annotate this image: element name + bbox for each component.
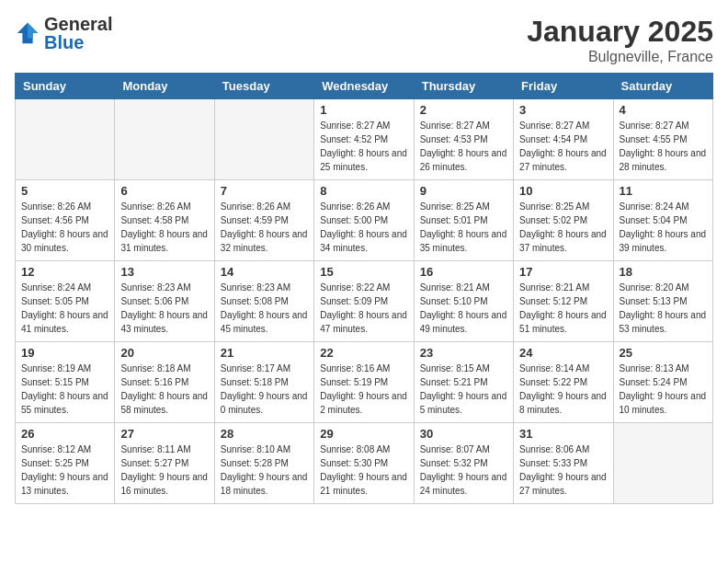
day-number: 16 [420, 265, 507, 279]
logo-text: General Blue [44, 15, 112, 52]
weekday-header: Thursday [414, 74, 513, 99]
logo: General Blue [15, 15, 112, 52]
weekday-header: Wednesday [314, 74, 414, 99]
weekday-header: Saturday [613, 74, 712, 99]
logo-general: General [44, 14, 112, 34]
day-number: 6 [120, 184, 208, 198]
calendar-day-cell [16, 99, 115, 180]
day-info: Sunrise: 8:14 AM Sunset: 5:22 PM Dayligh… [519, 362, 607, 417]
calendar-day-cell: 23Sunrise: 8:15 AM Sunset: 5:21 PM Dayli… [414, 342, 513, 423]
day-info: Sunrise: 8:26 AM Sunset: 4:59 PM Dayligh… [221, 200, 308, 255]
day-number: 19 [21, 346, 108, 360]
calendar-day-cell: 27Sunrise: 8:11 AM Sunset: 5:27 PM Dayli… [115, 423, 214, 504]
calendar-week-row: 1Sunrise: 8:27 AM Sunset: 4:52 PM Daylig… [16, 99, 713, 180]
day-number: 14 [221, 265, 308, 279]
day-number: 11 [620, 184, 707, 198]
day-info: Sunrise: 8:08 AM Sunset: 5:30 PM Dayligh… [320, 442, 407, 498]
logo-blue: Blue [44, 32, 84, 52]
day-number: 27 [120, 427, 208, 441]
calendar-day-cell [613, 423, 712, 504]
calendar-day-cell: 18Sunrise: 8:20 AM Sunset: 5:13 PM Dayli… [613, 261, 712, 342]
day-info: Sunrise: 8:23 AM Sunset: 5:08 PM Dayligh… [221, 281, 308, 336]
day-info: Sunrise: 8:26 AM Sunset: 4:58 PM Dayligh… [120, 200, 208, 255]
day-info: Sunrise: 8:26 AM Sunset: 4:56 PM Dayligh… [21, 200, 108, 255]
day-number: 21 [221, 346, 308, 360]
day-info: Sunrise: 8:27 AM Sunset: 4:53 PM Dayligh… [420, 119, 507, 174]
day-info: Sunrise: 8:27 AM Sunset: 4:54 PM Dayligh… [519, 119, 607, 174]
calendar-day-cell: 4Sunrise: 8:27 AM Sunset: 4:55 PM Daylig… [613, 99, 712, 180]
calendar-day-cell: 22Sunrise: 8:16 AM Sunset: 5:19 PM Dayli… [314, 342, 414, 423]
day-number: 28 [221, 427, 308, 441]
calendar-day-cell: 16Sunrise: 8:21 AM Sunset: 5:10 PM Dayli… [414, 261, 513, 342]
day-number: 3 [519, 103, 607, 117]
day-info: Sunrise: 8:07 AM Sunset: 5:32 PM Dayligh… [420, 442, 507, 498]
title-block: January 2025 Bulgneville, France [527, 15, 713, 65]
day-info: Sunrise: 8:21 AM Sunset: 5:12 PM Dayligh… [519, 281, 607, 336]
calendar-day-cell: 1Sunrise: 8:27 AM Sunset: 4:52 PM Daylig… [314, 99, 414, 180]
day-info: Sunrise: 8:24 AM Sunset: 5:04 PM Dayligh… [620, 200, 707, 255]
day-info: Sunrise: 8:21 AM Sunset: 5:10 PM Dayligh… [420, 281, 507, 336]
day-info: Sunrise: 8:17 AM Sunset: 5:18 PM Dayligh… [221, 362, 308, 417]
calendar-week-row: 19Sunrise: 8:19 AM Sunset: 5:15 PM Dayli… [16, 342, 713, 423]
day-number: 5 [21, 184, 108, 198]
day-info: Sunrise: 8:06 AM Sunset: 5:33 PM Dayligh… [519, 442, 607, 498]
day-info: Sunrise: 8:19 AM Sunset: 5:15 PM Dayligh… [21, 362, 108, 417]
day-number: 7 [221, 184, 308, 198]
calendar-day-cell [214, 99, 313, 180]
weekday-header: Friday [514, 74, 613, 99]
svg-marker-1 [28, 23, 38, 39]
calendar-day-cell: 7Sunrise: 8:26 AM Sunset: 4:59 PM Daylig… [214, 180, 313, 261]
calendar-day-cell: 26Sunrise: 8:12 AM Sunset: 5:25 PM Dayli… [16, 423, 115, 504]
day-number: 30 [420, 427, 507, 441]
logo-icon [15, 20, 40, 46]
day-number: 15 [320, 265, 407, 279]
day-info: Sunrise: 8:11 AM Sunset: 5:27 PM Dayligh… [120, 442, 208, 498]
day-number: 20 [120, 346, 208, 360]
day-number: 2 [420, 103, 507, 117]
calendar-day-cell: 31Sunrise: 8:06 AM Sunset: 5:33 PM Dayli… [514, 423, 613, 504]
calendar-day-cell: 13Sunrise: 8:23 AM Sunset: 5:06 PM Dayli… [115, 261, 214, 342]
day-info: Sunrise: 8:23 AM Sunset: 5:06 PM Dayligh… [120, 281, 208, 336]
calendar-day-cell: 6Sunrise: 8:26 AM Sunset: 4:58 PM Daylig… [115, 180, 214, 261]
day-number: 31 [519, 427, 607, 441]
day-info: Sunrise: 8:27 AM Sunset: 4:55 PM Dayligh… [620, 119, 707, 174]
day-info: Sunrise: 8:20 AM Sunset: 5:13 PM Dayligh… [620, 281, 707, 336]
day-info: Sunrise: 8:18 AM Sunset: 5:16 PM Dayligh… [120, 362, 208, 417]
calendar-day-cell: 3Sunrise: 8:27 AM Sunset: 4:54 PM Daylig… [514, 99, 613, 180]
day-number: 26 [21, 427, 108, 441]
calendar-day-cell: 25Sunrise: 8:13 AM Sunset: 5:24 PM Dayli… [613, 342, 712, 423]
day-number: 17 [519, 265, 607, 279]
day-info: Sunrise: 8:15 AM Sunset: 5:21 PM Dayligh… [420, 362, 507, 417]
calendar-day-cell: 8Sunrise: 8:26 AM Sunset: 5:00 PM Daylig… [314, 180, 414, 261]
calendar-day-cell: 17Sunrise: 8:21 AM Sunset: 5:12 PM Dayli… [514, 261, 613, 342]
calendar-day-cell: 10Sunrise: 8:25 AM Sunset: 5:02 PM Dayli… [514, 180, 613, 261]
calendar-day-cell: 11Sunrise: 8:24 AM Sunset: 5:04 PM Dayli… [613, 180, 712, 261]
day-number: 13 [120, 265, 208, 279]
weekday-header: Sunday [16, 74, 115, 99]
day-number: 9 [420, 184, 507, 198]
day-number: 24 [519, 346, 607, 360]
day-number: 8 [320, 184, 407, 198]
calendar-day-cell: 20Sunrise: 8:18 AM Sunset: 5:16 PM Dayli… [115, 342, 214, 423]
weekday-header: Monday [115, 74, 214, 99]
day-info: Sunrise: 8:13 AM Sunset: 5:24 PM Dayligh… [620, 362, 707, 417]
day-info: Sunrise: 8:24 AM Sunset: 5:05 PM Dayligh… [21, 281, 108, 336]
calendar-day-cell: 15Sunrise: 8:22 AM Sunset: 5:09 PM Dayli… [314, 261, 414, 342]
day-info: Sunrise: 8:27 AM Sunset: 4:52 PM Dayligh… [320, 119, 407, 174]
calendar-day-cell: 14Sunrise: 8:23 AM Sunset: 5:08 PM Dayli… [214, 261, 313, 342]
day-info: Sunrise: 8:26 AM Sunset: 5:00 PM Dayligh… [320, 200, 407, 255]
page-header: General Blue January 2025 Bulgneville, F… [15, 15, 713, 65]
calendar-day-cell [115, 99, 214, 180]
day-number: 10 [519, 184, 607, 198]
calendar-day-cell: 12Sunrise: 8:24 AM Sunset: 5:05 PM Dayli… [16, 261, 115, 342]
calendar-week-row: 12Sunrise: 8:24 AM Sunset: 5:05 PM Dayli… [16, 261, 713, 342]
day-number: 1 [320, 103, 407, 117]
calendar-day-cell: 24Sunrise: 8:14 AM Sunset: 5:22 PM Dayli… [514, 342, 613, 423]
location-title: Bulgneville, France [527, 49, 713, 65]
calendar-day-cell: 19Sunrise: 8:19 AM Sunset: 5:15 PM Dayli… [16, 342, 115, 423]
day-number: 29 [320, 427, 407, 441]
day-number: 23 [420, 346, 507, 360]
day-info: Sunrise: 8:25 AM Sunset: 5:01 PM Dayligh… [420, 200, 507, 255]
calendar-day-cell: 30Sunrise: 8:07 AM Sunset: 5:32 PM Dayli… [414, 423, 513, 504]
month-title: January 2025 [527, 15, 713, 49]
